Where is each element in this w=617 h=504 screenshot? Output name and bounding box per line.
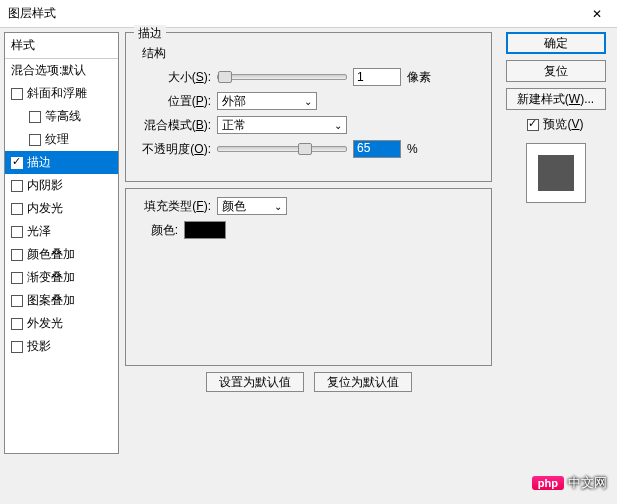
sidebar-item-9[interactable]: 图案叠加 [5, 289, 118, 312]
style-label: 渐变叠加 [27, 269, 75, 286]
chevron-down-icon: ⌄ [334, 120, 342, 131]
sidebar-item-8[interactable]: 渐变叠加 [5, 266, 118, 289]
style-checkbox[interactable] [11, 226, 23, 238]
style-label: 颜色叠加 [27, 246, 75, 263]
style-checkbox[interactable] [29, 134, 41, 146]
style-checkbox[interactable] [11, 341, 23, 353]
ok-button[interactable]: 确定 [506, 32, 606, 54]
fill-type-label: 填充类型(F): [136, 198, 211, 215]
color-label: 颜色: [136, 222, 178, 239]
sidebar-item-3[interactable]: 描边 [5, 151, 118, 174]
style-label: 纹理 [45, 131, 69, 148]
styles-sidebar: 样式 混合选项:默认 斜面和浮雕等高线纹理描边内阴影内发光光泽颜色叠加渐变叠加图… [4, 32, 119, 454]
size-label: 大小(S): [136, 69, 211, 86]
watermark: php 中文网 [532, 474, 607, 492]
main-area: 样式 混合选项:默认 斜面和浮雕等高线纹理描边内阴影内发光光泽颜色叠加渐变叠加图… [0, 28, 617, 458]
style-checkbox[interactable] [11, 249, 23, 261]
preview-label: 预览(V) [543, 116, 583, 133]
style-checkbox[interactable] [11, 318, 23, 330]
sidebar-item-11[interactable]: 投影 [5, 335, 118, 358]
button-row: 设置为默认值 复位为默认值 [125, 372, 492, 392]
close-icon: ✕ [592, 7, 602, 21]
style-label: 内发光 [27, 200, 63, 217]
blend-mode-combo[interactable]: 正常 ⌄ [217, 116, 347, 134]
style-label: 外发光 [27, 315, 63, 332]
fill-type-combo[interactable]: 颜色 ⌄ [217, 197, 287, 215]
style-label: 图案叠加 [27, 292, 75, 309]
sidebar-item-5[interactable]: 内发光 [5, 197, 118, 220]
sidebar-item-4[interactable]: 内阴影 [5, 174, 118, 197]
titlebar: 图层样式 ✕ [0, 0, 617, 28]
style-label: 等高线 [45, 108, 81, 125]
sidebar-header: 样式 [5, 33, 118, 59]
style-checkbox[interactable] [11, 272, 23, 284]
fill-group: 填充类型(F): 颜色 ⌄ 颜色: [125, 188, 492, 366]
position-combo[interactable]: 外部 ⌄ [217, 92, 317, 110]
style-label: 投影 [27, 338, 51, 355]
reset-default-button[interactable]: 复位为默认值 [314, 372, 412, 392]
preview-inner [538, 155, 574, 191]
size-unit: 像素 [407, 69, 431, 86]
right-panel: 确定 复位 新建样式(W)... 预览(V) [498, 32, 613, 454]
stroke-group-label: 描边 [134, 25, 166, 42]
center-panel: 描边 结构 大小(S): 像素 位置(P): 外部 ⌄ 混合模式(B): 正常 … [119, 32, 498, 454]
style-label: 内阴影 [27, 177, 63, 194]
size-slider[interactable] [217, 74, 347, 80]
preview-row: 预览(V) [527, 116, 583, 133]
opacity-unit: % [407, 142, 418, 156]
sidebar-blend-options[interactable]: 混合选项:默认 [5, 59, 118, 82]
sidebar-item-6[interactable]: 光泽 [5, 220, 118, 243]
sidebar-item-2[interactable]: 纹理 [5, 128, 118, 151]
opacity-label: 不透明度(O): [136, 141, 211, 158]
chevron-down-icon: ⌄ [304, 96, 312, 107]
style-checkbox[interactable] [29, 111, 41, 123]
color-swatch[interactable] [184, 221, 226, 239]
cancel-button[interactable]: 复位 [506, 60, 606, 82]
watermark-text: 中文网 [568, 474, 607, 492]
structure-label: 结构 [142, 45, 481, 62]
set-default-button[interactable]: 设置为默认值 [206, 372, 304, 392]
watermark-badge: php [532, 476, 564, 490]
sidebar-item-7[interactable]: 颜色叠加 [5, 243, 118, 266]
sidebar-item-0[interactable]: 斜面和浮雕 [5, 82, 118, 105]
preview-box [526, 143, 586, 203]
style-checkbox[interactable] [11, 295, 23, 307]
position-label: 位置(P): [136, 93, 211, 110]
style-label: 描边 [27, 154, 51, 171]
style-checkbox[interactable] [11, 203, 23, 215]
blend-mode-label: 混合模式(B): [136, 117, 211, 134]
opacity-slider[interactable] [217, 146, 347, 152]
new-style-button[interactable]: 新建样式(W)... [506, 88, 606, 110]
sidebar-item-10[interactable]: 外发光 [5, 312, 118, 335]
size-input[interactable] [353, 68, 401, 86]
style-checkbox[interactable] [11, 157, 23, 169]
opacity-input[interactable]: 65 [353, 140, 401, 158]
style-checkbox[interactable] [11, 180, 23, 192]
style-label: 斜面和浮雕 [27, 85, 87, 102]
stroke-group: 描边 结构 大小(S): 像素 位置(P): 外部 ⌄ 混合模式(B): 正常 … [125, 32, 492, 182]
preview-checkbox[interactable] [527, 119, 539, 131]
close-button[interactable]: ✕ [577, 0, 617, 28]
chevron-down-icon: ⌄ [274, 201, 282, 212]
style-checkbox[interactable] [11, 88, 23, 100]
sidebar-item-1[interactable]: 等高线 [5, 105, 118, 128]
window-title: 图层样式 [8, 5, 56, 22]
style-label: 光泽 [27, 223, 51, 240]
